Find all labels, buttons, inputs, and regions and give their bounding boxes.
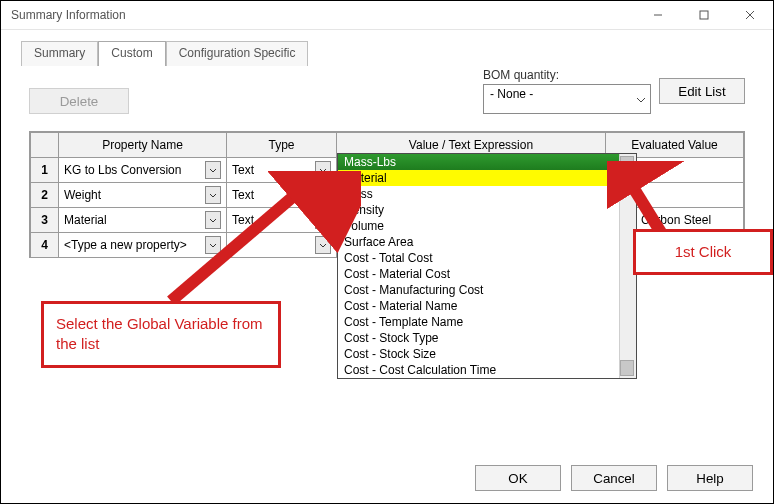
row-number: 1 bbox=[31, 158, 59, 183]
summary-information-window: Summary Information Summary Custom Confi… bbox=[0, 0, 774, 504]
chevron-down-icon bbox=[319, 193, 327, 198]
window-controls bbox=[635, 1, 773, 29]
header-property: Property Name bbox=[59, 133, 227, 158]
type-dropdown-button[interactable] bbox=[315, 161, 331, 179]
header-type: Type bbox=[227, 133, 337, 158]
property-dropdown-button[interactable] bbox=[205, 161, 221, 179]
property-name-cell[interactable]: KG to Lbs Conversion bbox=[64, 163, 181, 177]
type-dropdown-button[interactable] bbox=[315, 211, 331, 229]
dropdown-item[interactable]: Cost - Material Cost bbox=[338, 266, 636, 282]
dropdown-item[interactable]: Cost - Stock Type bbox=[338, 330, 636, 346]
bom-label: BOM quantity: bbox=[483, 68, 651, 82]
chevron-down-icon bbox=[319, 168, 327, 173]
chevron-down-icon bbox=[319, 243, 327, 248]
minimize-icon bbox=[653, 10, 663, 20]
svg-rect-1 bbox=[700, 11, 708, 19]
help-button[interactable]: Help bbox=[667, 465, 753, 491]
dropdown-item[interactable]: Cost - Cost Calculation Time bbox=[338, 362, 636, 378]
dropdown-item[interactable]: Cost - Stock Size bbox=[338, 346, 636, 362]
property-dropdown-button[interactable] bbox=[205, 211, 221, 229]
dropdown-item[interactable]: Cost - Total Cost bbox=[338, 250, 636, 266]
maximize-button[interactable] bbox=[681, 1, 727, 29]
close-button[interactable] bbox=[727, 1, 773, 29]
callout-select-variable: Select the Global Variable from the list bbox=[41, 301, 281, 368]
chevron-down-icon bbox=[209, 193, 217, 198]
property-name-cell[interactable]: Weight bbox=[64, 188, 101, 202]
ok-button[interactable]: OK bbox=[475, 465, 561, 491]
dropdown-item[interactable]: Cost - Material Name bbox=[338, 298, 636, 314]
dropdown-item[interactable]: Mass bbox=[338, 186, 636, 202]
property-name-cell[interactable]: Material bbox=[64, 213, 107, 227]
top-controls: Delete BOM quantity: - None - Edit List bbox=[29, 68, 745, 114]
chevron-down-icon bbox=[209, 243, 217, 248]
row-number: 4 bbox=[31, 233, 59, 258]
titlebar: Summary Information bbox=[1, 1, 773, 30]
type-cell[interactable]: Text bbox=[232, 213, 254, 227]
bom-select[interactable]: - None - bbox=[483, 84, 651, 114]
maximize-icon bbox=[699, 10, 709, 20]
dropdown-item[interactable]: Material bbox=[338, 170, 636, 186]
bom-row: BOM quantity: - None - Edit List bbox=[483, 68, 745, 114]
value-dropdown[interactable]: Mass-LbsMaterialMassDensityVolumeSurface… bbox=[337, 153, 637, 379]
header-blank bbox=[31, 133, 59, 158]
property-dropdown-button[interactable] bbox=[205, 186, 221, 204]
dropdown-item[interactable]: Mass-Lbs bbox=[338, 154, 636, 170]
bom-select-value: - None - bbox=[490, 87, 533, 101]
scroll-down-icon[interactable] bbox=[620, 360, 634, 376]
row-number: 3 bbox=[31, 208, 59, 233]
chevron-down-icon bbox=[636, 92, 646, 106]
tab-custom[interactable]: Custom bbox=[98, 41, 165, 66]
row-number: 2 bbox=[31, 183, 59, 208]
type-cell[interactable]: Text bbox=[232, 163, 254, 177]
property-name-cell[interactable]: <Type a new property> bbox=[64, 238, 187, 252]
chevron-down-icon bbox=[319, 218, 327, 223]
dropdown-item[interactable]: Density bbox=[338, 202, 636, 218]
delete-button[interactable]: Delete bbox=[29, 88, 129, 114]
dialog-buttons: OK Cancel Help bbox=[475, 465, 753, 491]
close-icon bbox=[745, 10, 755, 20]
property-dropdown-button[interactable] bbox=[205, 236, 221, 254]
cancel-button[interactable]: Cancel bbox=[571, 465, 657, 491]
type-dropdown-button[interactable] bbox=[315, 236, 331, 254]
callout-first-click: 1st Click bbox=[633, 229, 773, 275]
window-title: Summary Information bbox=[11, 8, 126, 22]
type-dropdown-button[interactable] bbox=[315, 186, 331, 204]
type-cell[interactable]: Text bbox=[232, 188, 254, 202]
dropdown-item[interactable]: Volume bbox=[338, 218, 636, 234]
dropdown-item[interactable]: Cost - Manufacturing Cost bbox=[338, 282, 636, 298]
chevron-down-icon bbox=[209, 218, 217, 223]
edit-list-button[interactable]: Edit List bbox=[659, 78, 745, 104]
minimize-button[interactable] bbox=[635, 1, 681, 29]
scroll-up-icon[interactable] bbox=[620, 156, 634, 172]
chevron-down-icon bbox=[209, 168, 217, 173]
dropdown-item[interactable]: Cost - Template Name bbox=[338, 314, 636, 330]
dropdown-item[interactable]: Surface Area bbox=[338, 234, 636, 250]
